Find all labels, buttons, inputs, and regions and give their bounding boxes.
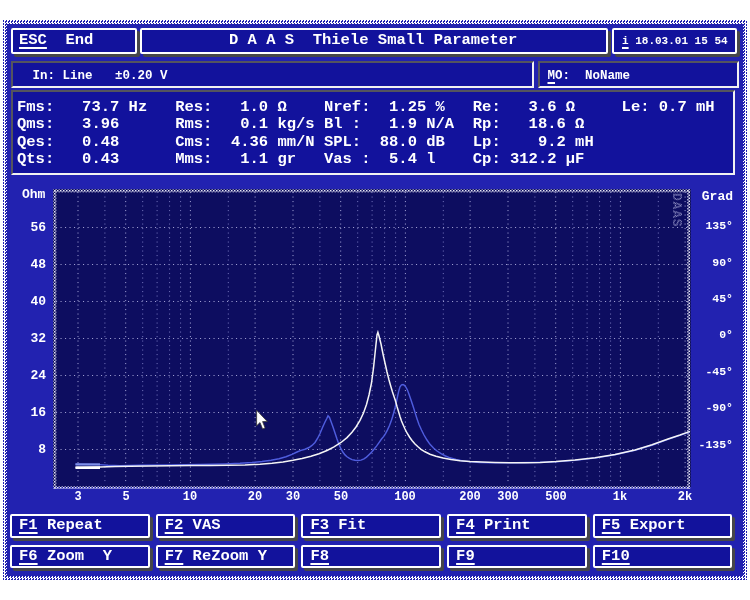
svg-text:DAAS: DAAS bbox=[669, 193, 684, 227]
